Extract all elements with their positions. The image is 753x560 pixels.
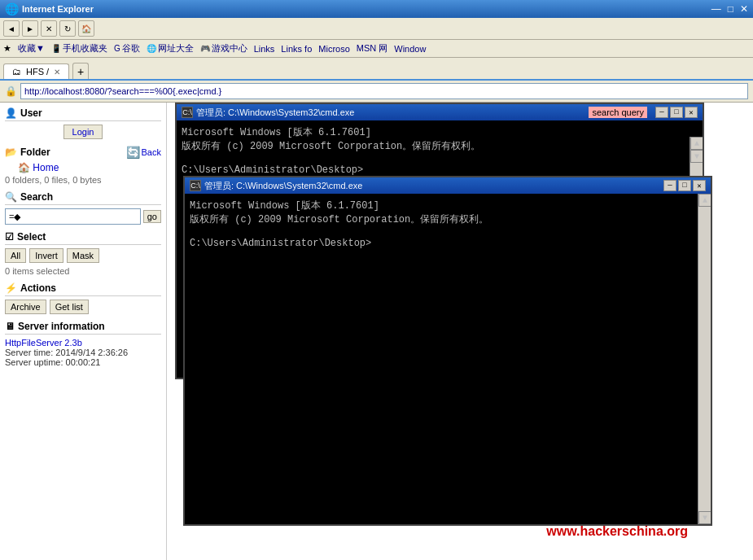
cmd-titlebar-2: C:\ 管理员: C:\Windows\System32\cmd.exe — □… <box>185 177 711 194</box>
invert-button[interactable]: Invert <box>29 248 63 263</box>
hacker-watermark: www.hackerschina.org <box>546 524 688 539</box>
bookmark-favorites[interactable]: 收藏▼ <box>18 42 45 55</box>
user-section: 👤 User Login <box>5 107 161 139</box>
action-buttons-group: Archive Get list <box>5 300 161 314</box>
cmd-window-2[interactable]: C:\ 管理员: C:\Windows\System32\cmd.exe — □… <box>183 176 712 526</box>
google-icon: G <box>114 44 120 53</box>
browser-icon: 🌐 <box>5 2 19 15</box>
cmd-prompt-1: C:\Users\Administrator\Desktop> <box>182 164 686 176</box>
search-input[interactable] <box>5 208 141 225</box>
go-button[interactable]: go <box>143 210 161 223</box>
stop-nav-button[interactable]: ✕ <box>41 20 57 37</box>
bookmark-microsoft[interactable]: Microso <box>318 44 350 54</box>
cmd-scrollbar-2[interactable]: ▲ ▼ <box>698 194 711 524</box>
archive-button[interactable]: Archive <box>5 300 46 314</box>
cmd-scroll-down-1[interactable]: ▼ <box>690 150 703 163</box>
folder-title-group: 📂 Folder <box>5 147 50 158</box>
server-info-block: HttpFileServer 2.3b Server time: 2014/9/… <box>5 338 161 367</box>
cmd-maximize-2[interactable]: □ <box>678 180 691 191</box>
cmd-title-1: C:\ 管理员: C:\Windows\System32\cmd.exe <box>182 107 584 119</box>
server-version-link[interactable]: HttpFileServer 2.3b <box>5 338 82 348</box>
get-list-button[interactable]: Get list <box>50 300 89 314</box>
bookmark-games-label: 游戏中心 <box>212 42 247 55</box>
lock-icon: 🔒 <box>5 85 17 97</box>
tab-close-button[interactable]: ✕ <box>54 68 60 77</box>
tab-hfs[interactable]: 🗂 HFS / ✕ <box>3 63 69 79</box>
browser-title-text: Internet Explorer <box>22 4 708 14</box>
window-close[interactable]: ✕ <box>740 3 748 15</box>
server-icon: 🖥 <box>5 321 15 332</box>
select-icon: ☑ <box>5 231 14 243</box>
login-button[interactable]: Login <box>63 125 103 139</box>
search-section: 🔍 Search go <box>5 191 161 225</box>
bookmark-links[interactable]: Links <box>254 44 275 54</box>
sidebar: 👤 User Login 📂 Folder 🔄 Back 🏠 Home <box>0 103 167 560</box>
bookmark-msn-label: MSN 网 <box>357 42 388 55</box>
cmd-prompt-2: C:\Users\Administrator\Desktop> <box>190 238 694 249</box>
items-selected-label: 0 items selected <box>5 266 161 276</box>
address-bar: 🔒 <box>0 81 753 103</box>
search-section-icon: 🔍 <box>5 191 17 203</box>
favorites-label: 收藏▼ <box>18 42 45 55</box>
bookmark-links2-label: Links fo <box>281 44 312 54</box>
bookmark-mobile-label: 手机收藏夹 <box>63 42 107 55</box>
tab-bar: 🗂 HFS / ✕ + <box>0 58 753 81</box>
back-nav-button[interactable]: ◄ <box>3 20 20 37</box>
window-minimize[interactable]: — <box>711 3 721 15</box>
cmd-body-2: Microsoft Windows [版本 6.1.7601] 版权所有 (c)… <box>185 194 711 524</box>
window-maximize[interactable]: □ <box>728 3 733 15</box>
bookmark-games[interactable]: 🎮 游戏中心 <box>200 42 247 55</box>
cmd-minimize-2[interactable]: — <box>663 180 676 191</box>
bookmark-nav-label: 网址大全 <box>158 42 194 55</box>
actions-section: ⚡ Actions Archive Get list <box>5 282 161 314</box>
cmd-line3-1 <box>182 153 686 164</box>
forward-nav-button[interactable]: ► <box>22 20 38 37</box>
bookmark-google[interactable]: G 谷歌 <box>114 42 140 55</box>
address-input[interactable] <box>20 83 748 99</box>
mask-button[interactable]: Mask <box>67 248 99 263</box>
user-section-title: 👤 User <box>5 107 161 121</box>
cmd-close-2[interactable]: ✕ <box>693 180 706 191</box>
bookmark-google-label: 谷歌 <box>122 42 140 55</box>
server-info-section: 🖥 Server information HttpFileServer 2.3b… <box>5 321 161 367</box>
select-section: ☑ Select All Invert Mask 0 items selecte… <box>5 231 161 276</box>
cmd-title-2: C:\ 管理员: C:\Windows\System32\cmd.exe <box>190 180 659 192</box>
all-button[interactable]: All <box>5 248 26 263</box>
bookmark-nav[interactable]: 🌐 网址大全 <box>147 42 194 55</box>
folder-header: 📂 Folder 🔄 Back <box>5 146 161 159</box>
bookmark-bar: ★ 收藏▼ 📱 手机收藏夹 G 谷歌 🌐 网址大全 🎮 游戏中心 Links L… <box>0 40 753 58</box>
cmd-controls-2: — □ ✕ <box>663 180 706 191</box>
server-time: Server time: 2014/9/14 2:36:26 <box>5 348 161 357</box>
tab-icon: 🗂 <box>12 67 21 77</box>
home-nav-button[interactable]: 🏠 <box>78 20 94 37</box>
new-tab-button[interactable]: + <box>72 63 89 79</box>
search-section-title: 🔍 Search <box>5 191 161 205</box>
cmd-line3-2 <box>190 226 694 238</box>
user-icon: 👤 <box>5 107 17 119</box>
cmd-minimize-1[interactable]: — <box>655 107 668 118</box>
cmd-close-1[interactable]: ✕ <box>685 107 698 118</box>
select-buttons-group: All Invert Mask <box>5 248 161 263</box>
back-arrow-icon: 🔄 <box>126 146 140 159</box>
cmd-maximize-1[interactable]: □ <box>670 107 683 118</box>
cmd-scroll-up-2[interactable]: ▲ <box>698 194 711 207</box>
home-folder-icon: 🏠 <box>18 162 30 173</box>
bookmark-links2[interactable]: Links fo <box>281 44 312 54</box>
bookmark-msn[interactable]: MSN 网 <box>357 42 388 55</box>
bookmark-window[interactable]: Window <box>394 44 426 54</box>
nav-bar: ◄ ► ✕ ↻ 🏠 <box>0 18 753 40</box>
cmd-icon-1: C:\ <box>182 107 193 118</box>
bookmark-mobile[interactable]: 📱 手机收藏夹 <box>51 42 107 55</box>
back-button[interactable]: 🔄 Back <box>126 146 161 159</box>
server-uptime: Server uptime: 00:00:21 <box>5 357 161 367</box>
refresh-nav-button[interactable]: ↻ <box>59 20 76 37</box>
browser-title-bar: 🌐 Internet Explorer — □ ✕ <box>0 0 753 18</box>
cmd-scroll-down-2[interactable]: ▼ <box>698 511 711 524</box>
cmd-line1-2: Microsoft Windows [版本 6.1.7601] <box>190 199 694 212</box>
mobile-icon: 📱 <box>51 44 61 53</box>
home-link[interactable]: 🏠 Home <box>18 162 161 173</box>
main-area: 👤 User Login 📂 Folder 🔄 Back 🏠 Home <box>0 103 753 560</box>
folder-stats: 0 folders, 0 files, 0 bytes <box>5 175 161 185</box>
actions-section-title: ⚡ Actions <box>5 282 161 296</box>
cmd-scroll-up-1[interactable]: ▲ <box>690 137 703 150</box>
